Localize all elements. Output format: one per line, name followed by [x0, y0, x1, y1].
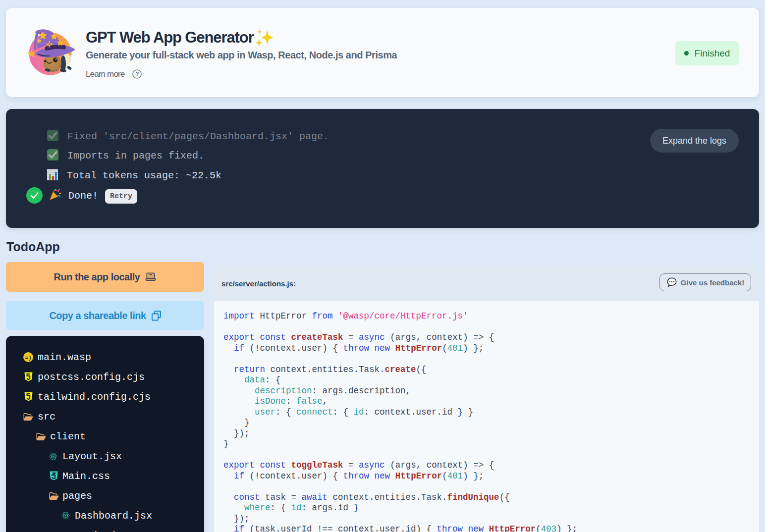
svg-text:=}: =}	[25, 355, 31, 361]
svg-text:?: ?	[136, 71, 139, 77]
